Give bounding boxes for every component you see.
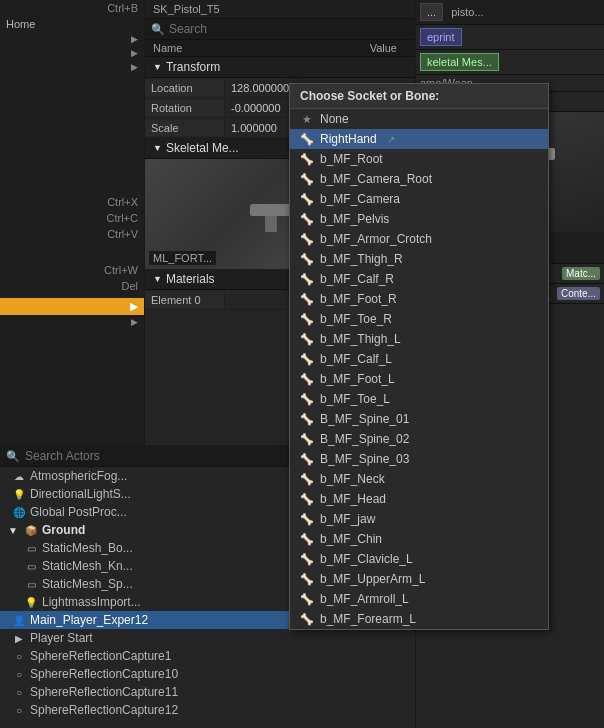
props-search-input[interactable]: [169, 22, 409, 36]
bone-item-mf-foot-r[interactable]: 🦴 b_MF_Foot_R: [290, 289, 548, 309]
name-col-header: Name: [153, 42, 370, 54]
bone-item-mf-clavicle-l[interactable]: 🦴 b_MF_Clavicle_L: [290, 549, 548, 569]
arrow-row-1[interactable]: [0, 32, 144, 46]
bone-item-mf-foot-l[interactable]: 🦴 b_MF_Foot_L: [290, 369, 548, 389]
bone-item-mf-spine-03[interactable]: 🦴 B_MF_Spine_03: [290, 449, 548, 469]
bone-label: b_MF_Forearm_L: [320, 612, 416, 626]
actor-sphere-capture-1[interactable]: ○ SphereReflectionCapture1: [0, 647, 415, 665]
props-search-bar[interactable]: 🔍: [145, 19, 415, 40]
bone-item-mf-armor-crotch[interactable]: 🦴 b_MF_Armor_Crotch: [290, 229, 548, 249]
bone-item-mf-upperarm-l[interactable]: 🦴 b_MF_UpperArm_L: [290, 569, 548, 589]
bone-dropdown: Choose Socket or Bone: ★ None 🦴 RightHan…: [289, 83, 549, 630]
shortcut-del[interactable]: Del: [0, 278, 144, 294]
bone-item-mf-toe-r[interactable]: 🦴 b_MF_Toe_R: [290, 309, 548, 329]
bone-head-icon: 🦴: [300, 492, 314, 506]
bone-item-mf-calf-r[interactable]: 🦴 b_MF_Calf_R: [290, 269, 548, 289]
actor-label: DirectionalLightS...: [30, 487, 131, 501]
shortcut-ctrl-v[interactable]: Ctrl+V: [0, 226, 144, 242]
bone-item-mf-thigh-l[interactable]: 🦴 b_MF_Thigh_L: [290, 329, 548, 349]
group-arrow-icon: ▼: [6, 523, 20, 537]
bone-label: b_MF_Armroll_L: [320, 592, 409, 606]
bone-list[interactable]: ★ None 🦴 RightHand ↗ 🦴 b_MF_Root 🦴 b_MF_…: [290, 109, 548, 629]
bone-label: None: [320, 112, 349, 126]
shortcut-home[interactable]: Home: [0, 16, 144, 32]
blueprint-label: eprint: [427, 31, 455, 43]
skeletal-mesh-label: Skeletal Me...: [166, 141, 239, 155]
bone-item-mf-calf-l[interactable]: 🦴 b_MF_Calf_L: [290, 349, 548, 369]
shortcut-del: Del: [121, 280, 138, 292]
lightmass-icon: 💡: [24, 595, 38, 609]
svg-rect-1: [265, 216, 277, 232]
bone-label: b_MF_Thigh_R: [320, 252, 403, 266]
arrow-row-2[interactable]: [0, 46, 144, 60]
actor-label: Ground: [42, 523, 85, 537]
bone-thigh-l-icon: 🦴: [300, 332, 314, 346]
actor-label: LightmassImport...: [42, 595, 141, 609]
shortcut-x: Ctrl+X: [107, 196, 138, 208]
bone-item-none[interactable]: ★ None: [290, 109, 548, 129]
bone-chin-icon: 🦴: [300, 532, 314, 546]
skelmesh-row: keletal Mes...: [416, 50, 604, 75]
player-icon: 👤: [12, 613, 26, 627]
bone-foot-r-icon: 🦴: [300, 292, 314, 306]
bone-item-mf-armroll-l[interactable]: 🦴 b_MF_Armroll_L: [290, 589, 548, 609]
bone-forearm-l-icon: 🦴: [300, 612, 314, 626]
cursor-indicator: ↗: [387, 134, 395, 145]
actor-player-start[interactable]: ▶ Player Start: [0, 629, 415, 647]
more-button[interactable]: ...: [420, 3, 443, 21]
bone-label: b_MF_Camera: [320, 192, 400, 206]
actor-sphere-capture-11[interactable]: ○ SphereReflectionCapture11: [0, 683, 415, 701]
actor-label: SphereReflectionCapture12: [30, 703, 178, 717]
scale-label: Scale: [145, 120, 225, 136]
actor-label: StaticMesh_Bo...: [42, 541, 133, 555]
actor-sphere-capture-12[interactable]: ○ SphereReflectionCapture12: [0, 701, 415, 717]
bone-item-mf-pelvis[interactable]: 🦴 b_MF_Pelvis: [290, 209, 548, 229]
props-header: SK_Pistol_T5: [145, 0, 415, 19]
bone-item-mf-jaw[interactable]: 🦴 b_MF_jaw: [290, 509, 548, 529]
bone-item-mf-chin[interactable]: 🦴 b_MF_Chin: [290, 529, 548, 549]
bone-item-mf-spine-02[interactable]: 🦴 B_MF_Spine_02: [290, 429, 548, 449]
player-start-icon: ▶: [12, 631, 26, 645]
skelmesh-button[interactable]: keletal Mes...: [420, 53, 499, 71]
actor-sphere-capture-10[interactable]: ○ SphereReflectionCapture10: [0, 665, 415, 683]
shortcut-ctrl-c[interactable]: Ctrl+C: [0, 210, 144, 226]
bone-item-mf-toe-l[interactable]: 🦴 b_MF_Toe_L: [290, 389, 548, 409]
shortcut-ctrl-b[interactable]: Ctrl+B: [0, 0, 144, 16]
bone-label: b_MF_Camera_Root: [320, 172, 432, 186]
bone-item-mf-root[interactable]: 🦴 b_MF_Root: [290, 149, 548, 169]
bone-label: b_MF_Thigh_L: [320, 332, 401, 346]
bone-item-mf-forearm-l[interactable]: 🦴 b_MF_Forearm_L: [290, 609, 548, 629]
transform-section-header[interactable]: ▼ Transform: [145, 57, 415, 78]
pistol-link[interactable]: pisto...: [447, 4, 487, 20]
bone-item-mf-camera-root[interactable]: 🦴 b_MF_Camera_Root: [290, 169, 548, 189]
bone-label: b_MF_Head: [320, 492, 386, 506]
bone-item-mf-head[interactable]: 🦴 b_MF_Head: [290, 489, 548, 509]
bone-label: b_MF_Calf_R: [320, 272, 394, 286]
shortcut-ctrl-x[interactable]: Ctrl+X: [0, 194, 144, 210]
actor-label: SphereReflectionCapture11: [30, 685, 178, 699]
bone-camera-root-icon: 🦴: [300, 172, 314, 186]
materials-label: Materials: [166, 272, 215, 286]
bone-item-righthand[interactable]: 🦴 RightHand ↗: [290, 129, 548, 149]
left-panel-top: Ctrl+B Home Ctrl+X Ctrl+C Ctrl+V Ctrl+W …: [0, 0, 144, 455]
bone-label: RightHand: [320, 132, 377, 146]
blueprint-button[interactable]: eprint: [420, 28, 462, 46]
bone-item-mf-camera[interactable]: 🦴 b_MF_Camera: [290, 189, 548, 209]
bone-clavicle-l-icon: 🦴: [300, 552, 314, 566]
home-label: Home: [6, 18, 35, 30]
more-label: ...: [427, 6, 436, 18]
actor-label: AtmosphericFog...: [30, 469, 127, 483]
bone-item-mf-spine-01[interactable]: 🦴 B_MF_Spine_01: [290, 409, 548, 429]
actor-label: StaticMesh_Kn...: [42, 559, 133, 573]
shortcut-w: Ctrl+W: [104, 264, 138, 276]
active-shortcut-row[interactable]: ▶: [0, 298, 144, 315]
right-panel-top-row: ... pisto...: [416, 0, 604, 25]
arrow-row-3[interactable]: [0, 60, 144, 74]
none-icon: ★: [300, 112, 314, 126]
bone-item-mf-neck[interactable]: 🦴 b_MF_Neck: [290, 469, 548, 489]
bone-right-hand-icon: 🦴: [300, 132, 314, 146]
arrow-row-bottom[interactable]: [0, 315, 144, 329]
bone-item-mf-thigh-r[interactable]: 🦴 b_MF_Thigh_R: [290, 249, 548, 269]
shortcut-ctrl-w[interactable]: Ctrl+W: [0, 262, 144, 278]
transform-arrow: ▼: [153, 62, 162, 72]
